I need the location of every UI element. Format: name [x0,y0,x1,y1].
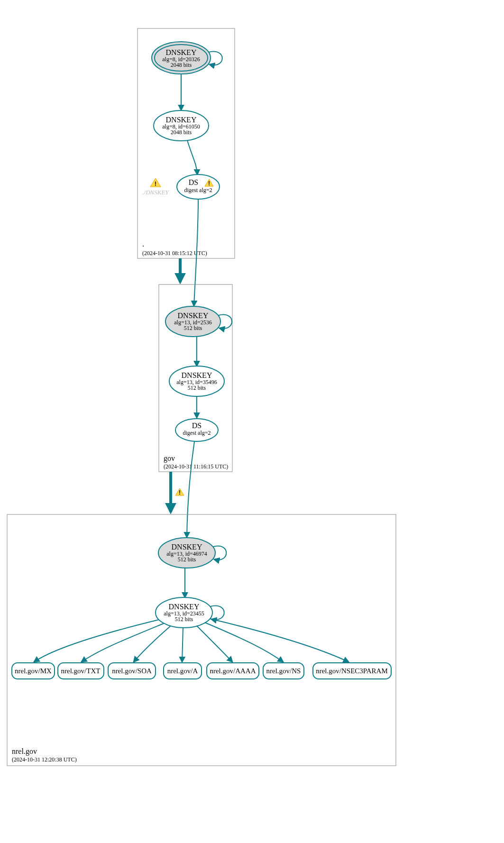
svg-text:!: ! [179,489,181,496]
svg-text:512 bits: 512 bits [184,325,202,331]
svg-text:nrel.gov/SOA: nrel.gov/SOA [112,667,152,675]
record-nsec3param[interactable]: nrel.gov/NSEC3PARAM [313,663,391,679]
svg-text:nrel.gov/NS: nrel.gov/NS [266,667,301,675]
svg-text:DNSKEY: DNSKEY [182,371,212,379]
record-txt[interactable]: nrel.gov/TXT [58,663,104,679]
node-root-zsk[interactable]: DNSKEY alg=8, id=61050 2048 bits [154,110,209,141]
svg-text:nrel.gov/NSEC3PARAM: nrel.gov/NSEC3PARAM [316,667,388,675]
zone-nrel-name: nrel.gov [12,747,37,756]
svg-text:digest alg=2: digest alg=2 [183,430,211,436]
svg-text:DS: DS [189,178,198,186]
svg-text:DS: DS [192,422,202,430]
record-a[interactable]: nrel.gov/A [164,663,202,679]
svg-text:2048 bits: 2048 bits [171,62,192,68]
zone-gov-timestamp: (2024-10-31 11:16:15 UTC) [164,463,228,470]
record-mx[interactable]: nrel.gov/MX [12,663,55,679]
record-ns[interactable]: nrel.gov/NS [263,663,304,679]
svg-text:digest alg=2: digest alg=2 [184,187,212,193]
svg-text:512 bits: 512 bits [188,385,206,391]
zone-nrel-timestamp: (2024-10-31 12:20:38 UTC) [12,756,77,763]
node-root-ds[interactable]: DS ! digest alg=2 [177,174,220,199]
node-nrel-ksk[interactable]: DNSKEY alg=13, id=46974 512 bits [158,538,215,568]
node-gov-ds[interactable]: DS digest alg=2 [175,419,218,441]
node-root-ghost-dnskey: ./DNSKEY [142,189,169,196]
zone-root-name: . [142,240,144,248]
zone-gov-name: gov [164,454,175,463]
svg-text:DNSKEY: DNSKEY [166,48,197,56]
svg-text:2048 bits: 2048 bits [171,129,192,136]
svg-text:!: ! [208,180,210,187]
svg-text:!: ! [155,181,156,187]
edge-root-zsk-to-ds [187,140,197,174]
node-root-ksk[interactable]: DNSKEY alg=8, id=20326 2048 bits [152,42,211,74]
edge-zsk-to-aaaa [197,626,232,662]
svg-text:nrel.gov/MX: nrel.gov/MX [15,667,52,675]
edge-zsk-to-ns [205,623,283,662]
node-gov-ksk[interactable]: DNSKEY alg=13, id=2536 512 bits [165,306,220,337]
edge-zsk-to-soa [134,626,171,662]
record-aaaa[interactable]: nrel.gov/AAAA [207,663,259,679]
warning-icon-gov-nrel-delegation[interactable]: ! [175,488,184,496]
svg-text:DNSKEY: DNSKEY [172,543,202,551]
warning-icon-root-ghost[interactable]: ! [150,178,161,187]
node-gov-zsk[interactable]: DNSKEY alg=13, id=35496 512 bits [169,366,224,396]
edge-gov-ds-to-nrel-ksk [187,441,194,537]
edge-zsk-to-a [182,628,183,662]
svg-text:nrel.gov/A: nrel.gov/A [167,667,198,675]
svg-text:nrel.gov/AAAA: nrel.gov/AAAA [210,667,256,675]
svg-text:DNSKEY: DNSKEY [166,116,197,124]
record-soa[interactable]: nrel.gov/SOA [108,663,156,679]
node-nrel-zsk[interactable]: DNSKEY alg=13, id=23455 512 bits [156,597,212,628]
svg-text:512 bits: 512 bits [178,556,196,563]
svg-text:DNSKEY: DNSKEY [169,603,200,611]
edge-zsk-to-nsec [210,619,348,662]
zone-root-timestamp: (2024-10-31 08:15:12 UTC) [142,250,207,257]
svg-text:nrel.gov/TXT: nrel.gov/TXT [61,667,101,675]
edge-zsk-to-mx [34,620,159,662]
svg-text:512 bits: 512 bits [175,616,193,623]
svg-text:DNSKEY: DNSKEY [178,312,209,320]
